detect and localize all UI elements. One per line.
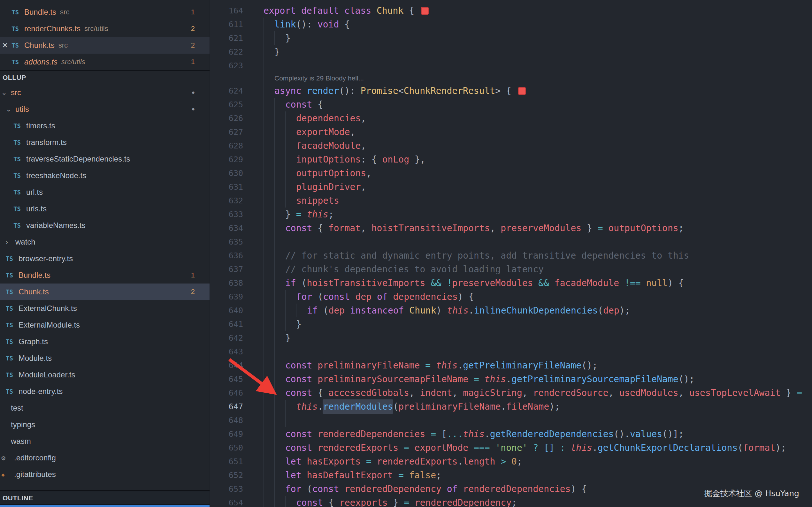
tree-item-utils[interactable]: ⌄utils●	[0, 101, 210, 117]
tree-item-wasm[interactable]: wasm	[0, 433, 210, 450]
code-token: for	[285, 482, 302, 496]
code-token: )	[436, 303, 447, 317]
line-number[interactable]: 654	[210, 496, 243, 507]
line-number[interactable]: 638	[210, 276, 243, 290]
tree-item-Module.ts[interactable]: TSModule.ts	[0, 350, 210, 367]
code-line: 631pluginDriver,	[210, 180, 812, 194]
code-token: >	[500, 455, 506, 468]
code-token: snippets	[296, 194, 339, 208]
tree-item-transform.ts[interactable]: TStransform.ts	[0, 134, 210, 151]
code-token: getChunkExportDeclarations	[598, 441, 738, 455]
code-token: const	[323, 290, 355, 303]
line-number[interactable]: 164	[210, 4, 243, 17]
line-number[interactable]: 644	[210, 358, 243, 372]
line-number[interactable]: 647	[210, 400, 243, 413]
item-name: node-entry.ts	[18, 387, 63, 396]
tree-item-editorconfig[interactable]: ⚙.editorconfig	[0, 450, 210, 466]
ts-icon: TS	[6, 272, 18, 279]
tree-item-timers.ts[interactable]: TStimers.ts	[0, 117, 210, 134]
line-number[interactable]: 623	[210, 59, 243, 72]
code-token: const	[285, 372, 318, 386]
open-editor-item[interactable]: ✕TSaddons.tssrc/utils1	[0, 54, 210, 70]
line-number[interactable]: 611	[210, 17, 243, 31]
code-token: if	[285, 276, 296, 290]
line-number[interactable]: 640	[210, 303, 243, 317]
line-number[interactable]: 648	[210, 413, 243, 427]
line-number[interactable]: 650	[210, 441, 243, 455]
line-number[interactable]: 633	[210, 208, 243, 221]
code-token	[479, 372, 485, 386]
line-number[interactable]: 625	[210, 98, 243, 111]
line-number[interactable]: 646	[210, 386, 243, 400]
tree-item-Chunk.ts[interactable]: TSChunk.ts2	[0, 284, 210, 300]
code-token	[619, 276, 625, 290]
code-line: 636// for static and dynamic entry point…	[210, 249, 812, 263]
line-number[interactable]: 622	[210, 45, 243, 59]
ts-icon: TS	[6, 322, 18, 329]
line-number[interactable]: 634	[210, 221, 243, 235]
line-number[interactable]: 627	[210, 125, 243, 139]
tree-item-test[interactable]: test	[0, 400, 210, 416]
line-number[interactable]: 651	[210, 455, 243, 468]
line-number[interactable]: 630	[210, 166, 243, 180]
tree-item-gitattributes[interactable]: ◆.gitattributes	[0, 466, 210, 483]
tree-item-treeshakeNode.ts[interactable]: TStreeshakeNode.ts	[0, 167, 210, 184]
code-token: :	[560, 441, 565, 455]
code-text: if (dep instanceof Chunk) this.inlineChu…	[264, 303, 630, 317]
line-number[interactable]: 628	[210, 139, 243, 153]
item-name: urls.ts	[26, 204, 47, 213]
tree-item-ExternalModule.ts[interactable]: TSExternalModule.ts	[0, 317, 210, 333]
tree-item-urls.ts[interactable]: TSurls.ts	[0, 201, 210, 217]
tree-item-typings[interactable]: typings	[0, 416, 210, 433]
line-number[interactable]: 645	[210, 372, 243, 386]
open-editor-item[interactable]: ✕TSBundle.tssrc1	[0, 4, 210, 20]
line-number[interactable]: 624	[210, 84, 243, 98]
code-text: const { reexports } = renderedDependency…	[264, 496, 517, 507]
tree-item-Bundle.ts[interactable]: TSBundle.ts1	[0, 267, 210, 284]
code-token: .	[318, 400, 323, 413]
line-number[interactable]: 636	[210, 249, 243, 263]
close-icon[interactable]: ✕	[2, 41, 11, 50]
section-header-outline[interactable]: OUTLINE	[0, 490, 210, 505]
tree-item-src[interactable]: ⌄src●	[0, 84, 210, 101]
line-number[interactable]: 629	[210, 153, 243, 166]
indent-guide	[264, 208, 274, 221]
line-number[interactable]: 631	[210, 180, 243, 194]
tree-item-node-entry.ts[interactable]: TSnode-entry.ts	[0, 383, 210, 400]
code-line: 640if (dep instanceof Chunk) this.inline…	[210, 303, 812, 317]
tree-item-ExternalChunk.ts[interactable]: TSExternalChunk.ts	[0, 300, 210, 317]
code-token: const	[312, 482, 344, 496]
code-editor[interactable]: 164export default class Chunk { 611link(…	[210, 0, 812, 507]
codelens-text[interactable]: Complexity is 29 Bloody hell...	[274, 72, 364, 84]
line-number[interactable]: 649	[210, 427, 243, 441]
line-number[interactable]: 635	[210, 235, 243, 249]
line-number[interactable]: 626	[210, 111, 243, 125]
line-number[interactable]: 632	[210, 194, 243, 208]
tree-item-traverseStaticDependencies.ts[interactable]: TStraverseStaticDependencies.ts	[0, 151, 210, 167]
line-number[interactable]: 652	[210, 468, 243, 482]
open-editor-item[interactable]: ✕TSrenderChunks.tssrc/utils2	[0, 20, 210, 37]
line-number[interactable]: 641	[210, 317, 243, 331]
tree-item-watch[interactable]: ›watch	[0, 234, 210, 250]
tree-item-variableNames.ts[interactable]: TSvariableNames.ts	[0, 217, 210, 234]
line-number[interactable]: 637	[210, 263, 243, 276]
line-number[interactable]: 642	[210, 331, 243, 345]
tree-item-Graph.ts[interactable]: TSGraph.ts	[0, 333, 210, 350]
open-editor-item[interactable]: ✕TSChunk.tssrc2	[0, 37, 210, 54]
code-token: );	[619, 303, 630, 317]
item-name: Module.ts	[18, 354, 52, 363]
ts-icon: TS	[6, 371, 18, 378]
line-number[interactable]: 653	[210, 482, 243, 496]
line-number[interactable]: 639	[210, 290, 243, 303]
file-path: src	[58, 41, 68, 50]
tree-item-url.ts[interactable]: TSurl.ts	[0, 184, 210, 201]
tree-item-ModuleLoader.ts[interactable]: TSModuleLoader.ts	[0, 367, 210, 383]
section-header-rollup[interactable]: OLLUP	[0, 70, 210, 84]
code-token: getRenderedDependencies	[490, 427, 614, 441]
line-number[interactable]: 621	[210, 31, 243, 45]
code-token: reexports	[339, 496, 388, 507]
tree-item-browser-entry.ts[interactable]: TSbrowser-entry.ts	[0, 250, 210, 267]
code-token: const	[285, 441, 318, 455]
code-token: renderedDependency	[415, 496, 511, 507]
line-number[interactable]: 643	[210, 345, 243, 358]
